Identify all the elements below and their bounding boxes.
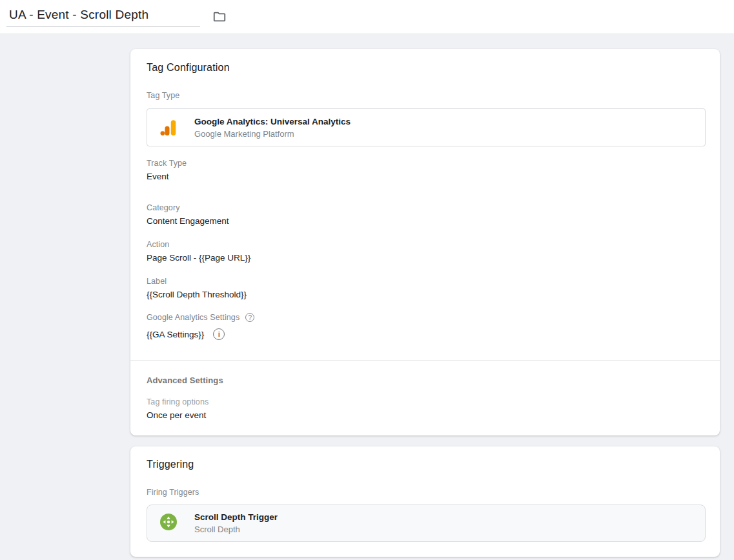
ga-settings-label: Google Analytics Settings <box>147 313 240 322</box>
label-label: Label <box>147 277 706 286</box>
tag-type-name: Google Analytics: Universal Analytics <box>194 117 351 126</box>
field-tag-firing-options: Tag firing options Once per event <box>147 397 706 420</box>
trigger-name: Scroll Depth Trigger <box>194 512 278 522</box>
tag-configuration-title: Tag Configuration <box>147 62 706 74</box>
action-value: Page Scroll - {{Page URL}} <box>147 253 706 263</box>
tag-configuration-card: Tag Configuration Tag Type Google Analyt… <box>130 49 720 435</box>
category-label: Category <box>147 203 706 212</box>
action-label: Action <box>147 240 706 249</box>
track-type-value: Event <box>147 172 706 181</box>
triggering-title: Triggering <box>147 459 706 470</box>
folder-icon <box>212 10 227 24</box>
tag-firing-options-value: Once per event <box>147 410 706 420</box>
folder-button[interactable] <box>209 6 230 27</box>
trigger-row-scroll-depth[interactable]: Scroll Depth Trigger Scroll Depth <box>147 505 706 542</box>
advanced-settings-title: Advanced Settings <box>147 375 706 385</box>
scroll-depth-trigger-icon <box>160 514 177 530</box>
tag-type-label: Tag Type <box>147 91 706 100</box>
tag-firing-options-label: Tag firing options <box>147 397 706 406</box>
google-analytics-icon <box>159 118 178 137</box>
field-label: Label {{Scroll Depth Threshold}} <box>147 277 706 299</box>
label-value: {{Scroll Depth Threshold}} <box>147 290 706 299</box>
field-ga-settings: Google Analytics Settings ? {{GA Setting… <box>147 313 706 340</box>
field-action: Action Page Scroll - {{Page URL}} <box>147 240 706 263</box>
triggering-card: Triggering Firing Triggers Scroll Depth … <box>130 446 720 557</box>
header-bar <box>0 0 734 34</box>
field-category: Category Content Engagement <box>147 203 706 226</box>
tag-type-selector[interactable]: Google Analytics: Universal Analytics Go… <box>147 108 706 146</box>
section-divider <box>130 360 720 361</box>
help-icon[interactable]: ? <box>245 313 254 322</box>
track-type-label: Track Type <box>147 159 706 168</box>
ga-settings-value: {{GA Settings}} <box>147 330 204 339</box>
tag-type-platform: Google Marketing Platform <box>194 129 351 139</box>
info-icon[interactable]: i <box>213 328 225 340</box>
category-value: Content Engagement <box>147 216 706 226</box>
trigger-type: Scroll Depth <box>194 525 278 534</box>
firing-triggers-label: Firing Triggers <box>147 488 706 497</box>
tag-name-input[interactable] <box>6 6 200 27</box>
field-track-type: Track Type Event <box>147 159 706 181</box>
